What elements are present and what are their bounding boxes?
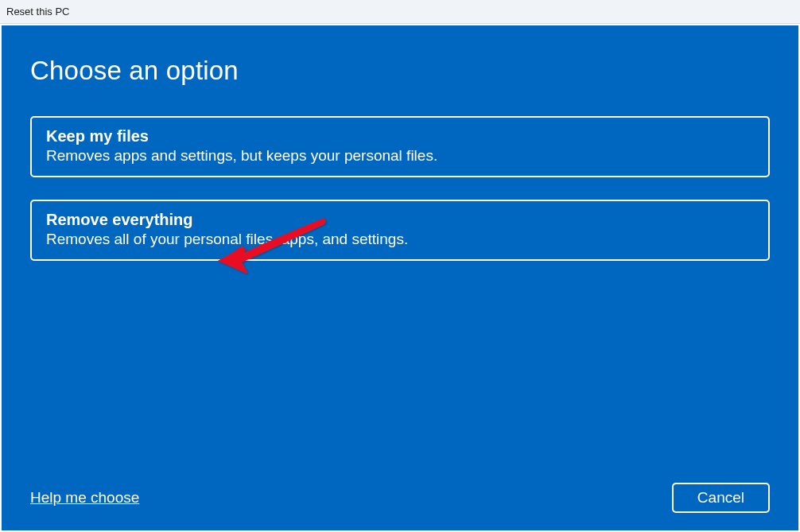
option-title: Remove everything <box>46 211 754 229</box>
main-panel: Choose an option Keep my files Removes a… <box>2 25 798 530</box>
page-heading: Choose an option <box>30 56 770 86</box>
window-title: Reset this PC <box>6 6 69 17</box>
footer: Help me choose Cancel <box>30 483 770 513</box>
cancel-button[interactable]: Cancel <box>672 483 770 513</box>
option-title: Keep my files <box>46 127 754 146</box>
titlebar: Reset this PC <box>0 0 800 24</box>
help-me-choose-link[interactable]: Help me choose <box>30 489 139 507</box>
option-description: Removes all of your personal files, apps… <box>46 231 754 248</box>
option-description: Removes apps and settings, but keeps you… <box>46 147 754 165</box>
option-keep-my-files[interactable]: Keep my files Removes apps and settings,… <box>30 116 770 177</box>
option-remove-everything[interactable]: Remove everything Removes all of your pe… <box>30 200 770 261</box>
